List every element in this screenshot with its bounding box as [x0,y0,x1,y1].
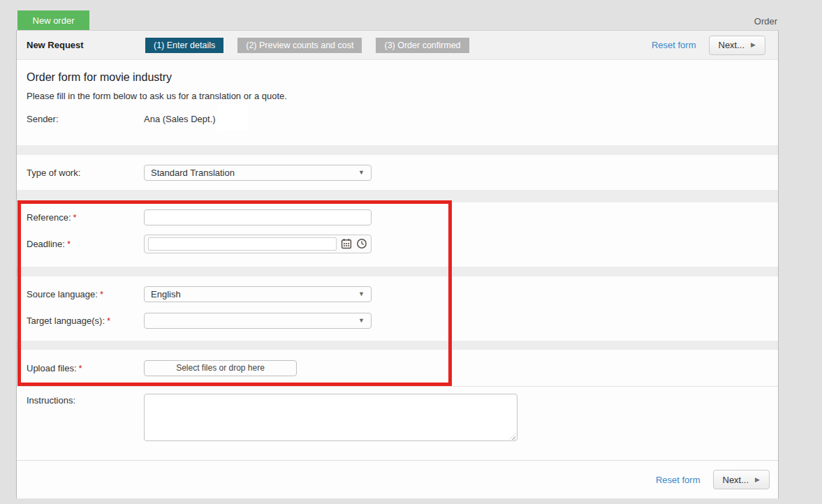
deadline-input-group [144,235,372,253]
section-divider [17,267,778,276]
next-button-top[interactable]: Next... ▶ [709,36,766,55]
calendar-icon[interactable] [340,238,352,250]
target-language-row: Target language(s):* ▼ [17,309,778,332]
type-of-work-select[interactable]: Standard Translation ▼ [144,165,372,181]
page: New order Order New Request (1) Enter de… [0,0,822,504]
deadline-row: Deadline:* [17,232,778,255]
instructions-row: Instructions: [17,394,778,444]
reset-form-link-bottom[interactable]: Reset form [656,475,700,485]
select-files-button[interactable]: Select files or drop here [144,360,297,376]
type-of-work-value: Standard Translation [151,168,235,178]
instructions-label: Instructions: [27,394,144,406]
required-marker: * [100,289,103,299]
intro-section: Order form for movie industry Please fil… [17,60,778,145]
source-language-value: English [151,289,181,299]
source-language-select[interactable]: English ▼ [144,286,372,302]
panel-title: New Request [27,40,145,50]
source-language-label: Source language:* [27,289,144,299]
new-request-panel: New Request (1) Enter details (2) Previe… [16,30,779,498]
chevron-down-icon: ▼ [358,290,365,297]
section-divider [17,145,778,155]
target-language-label: Target language(s):* [27,316,144,326]
chevron-down-icon: ▼ [358,169,365,176]
next-button-bottom[interactable]: Next... ▶ [713,470,770,489]
instructions-section: Instructions: [17,386,778,460]
upload-files-label: Upload files:* [27,363,144,373]
reference-label: Reference:* [27,212,144,223]
deadline-label: Deadline:* [27,239,144,249]
header-actions: Reset form Next... ▶ [652,36,768,55]
deadline-input[interactable] [148,237,337,251]
sender-value: Ana (Sales Dept.) [144,114,216,124]
required-marker: * [107,316,110,326]
type-of-work-label: Type of work: [27,168,144,178]
instructions-textarea[interactable] [144,394,518,441]
chevron-down-icon: ▼ [358,317,365,324]
section-divider [17,190,778,202]
wizard-steps: (1) Enter details (2) Preview counts and… [145,38,469,53]
type-of-work-row: Type of work: Standard Translation ▼ [17,155,778,190]
sender-highlight-box [217,105,248,131]
reset-form-link-top[interactable]: Reset form [652,40,696,50]
target-language-select[interactable]: ▼ [144,313,372,329]
sender-label: Sender: [27,114,144,124]
step-3-order-confirmed[interactable]: (3) Order confirmed [376,38,469,53]
required-marker: * [67,239,71,249]
order-label: Order [754,16,777,27]
next-arrow-icon: ▶ [755,477,760,483]
form-title: Order form for movie industry [27,71,768,84]
step-1-enter-details[interactable]: (1) Enter details [145,38,223,53]
panel-footer: Reset form Next... ▶ [17,460,778,498]
reference-row: Reference:* [17,205,778,229]
form-subtitle: Please fill in the form below to ask us … [27,91,768,101]
required-marker: * [79,363,82,373]
reference-deadline-section: Reference:* Deadline:* [17,202,778,267]
next-arrow-icon: ▶ [751,42,756,48]
sender-row: Sender: Ana (Sales Dept.) [27,114,768,124]
languages-section: Source language:* English ▼ Target langu… [17,276,778,341]
next-button-label: Next... [719,40,745,50]
step-2-preview-counts[interactable]: (2) Preview counts and cost [237,38,362,53]
source-language-row: Source language:* English ▼ [17,282,778,306]
clock-icon[interactable] [355,238,367,250]
upload-files-row: Upload files:* Select files or drop here [17,350,778,386]
section-divider [17,341,778,350]
required-marker: * [73,212,77,223]
reference-input[interactable] [144,209,372,225]
panel-header: New Request (1) Enter details (2) Previe… [17,31,778,60]
next-button-label: Next... [723,475,749,485]
tab-new-order[interactable]: New order [17,10,89,30]
